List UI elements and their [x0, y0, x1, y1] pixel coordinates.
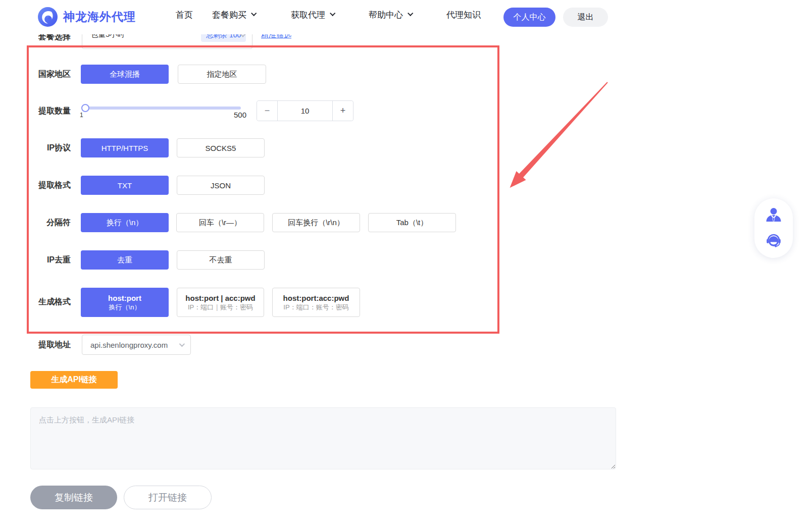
- api-address-label: 提取地址: [15, 340, 71, 350]
- dedupe-option-off[interactable]: 不去重: [177, 250, 265, 270]
- page: 套餐选择 包量5小时 总剩余 100 精准筛选 神龙海外代理 首页 套餐购买: [0, 0, 812, 530]
- gen-format-label: 生成格式: [15, 297, 71, 307]
- api-address-select[interactable]: api.shenlongproxy.com: [82, 335, 191, 355]
- nav-packages-label: 套餐购买: [212, 9, 246, 21]
- nav-get-proxy-label: 获取代理: [291, 9, 325, 21]
- protocol-option-socks5[interactable]: SOCKS5: [177, 138, 265, 157]
- chevron-down-icon: [408, 10, 413, 16]
- gen-format-subtitle: IP：端口｜账号：密码: [188, 303, 253, 311]
- api-address-value: api.shenlongproxy.com: [90, 341, 179, 349]
- quantity-decrease-button[interactable]: −: [257, 101, 278, 121]
- generate-api-button[interactable]: 生成API链接: [30, 371, 118, 389]
- separator-label: 分隔符: [15, 218, 71, 228]
- nav-proxy-knowledge-label: 代理知识: [446, 9, 481, 21]
- annotation-arrow: [505, 76, 616, 199]
- profile-button[interactable]: 个人中心: [503, 8, 555, 27]
- quantity-max-label: 500: [226, 111, 246, 119]
- quantity-slider-handle[interactable]: [81, 104, 89, 112]
- chevron-down-icon: [330, 10, 335, 16]
- gen-format-option-colon[interactable]: host:port:acc:pwd IP：端口：账号：密码: [272, 288, 360, 317]
- gen-format-title: host:port | acc:pwd: [185, 294, 255, 302]
- api-result-textarea[interactable]: [30, 407, 616, 469]
- nav-help-center[interactable]: 帮助中心: [369, 0, 412, 29]
- nav-home-label: 首页: [176, 9, 193, 21]
- separator-option-return[interactable]: 回车（\r—）: [176, 213, 264, 232]
- quantity-increase-button[interactable]: +: [332, 101, 353, 121]
- gen-format-subtitle: IP：端口：账号：密码: [283, 303, 348, 311]
- logo-swirl-icon: [37, 7, 58, 27]
- gen-format-title: host:port:acc:pwd: [283, 294, 349, 302]
- nav-proxy-knowledge[interactable]: 代理知识: [446, 0, 481, 29]
- nav-packages[interactable]: 套餐购买: [212, 0, 256, 29]
- nav-home[interactable]: 首页: [176, 0, 193, 29]
- logo-text: 神龙海外代理: [63, 9, 136, 25]
- nav-get-proxy[interactable]: 获取代理: [291, 0, 334, 29]
- chevron-down-icon: [251, 10, 257, 16]
- gen-format-option-hostport-accpwd[interactable]: host:port | acc:pwd IP：端口｜账号：密码: [177, 288, 264, 317]
- quantity-stepper: − 10 +: [257, 100, 353, 121]
- region-label: 国家地区: [15, 69, 71, 80]
- gen-format-title: host:port: [108, 294, 141, 302]
- format-option-json[interactable]: JSON: [177, 176, 265, 195]
- separator-option-tab[interactable]: Tab（\t）: [368, 213, 456, 232]
- extract-format-label: 提取格式: [15, 180, 71, 191]
- quantity-label: 提取数量: [15, 106, 71, 117]
- header: 神龙海外代理 首页 套餐购买 获取代理 帮助中心 代理知识 个人中心 退出: [0, 0, 812, 34]
- floating-widget: [754, 198, 793, 258]
- separator-option-newline[interactable]: 换行（\n）: [81, 213, 169, 232]
- customer-service-icon[interactable]: [765, 232, 783, 250]
- logout-button[interactable]: 退出: [563, 8, 608, 27]
- separator-option-crlf[interactable]: 回车换行（\r\n）: [272, 213, 360, 232]
- dedupe-label: IP去重: [15, 255, 71, 266]
- copy-link-button[interactable]: 复制链接: [30, 486, 117, 509]
- chevron-down-icon: [179, 341, 185, 347]
- quantity-min-label: 1: [80, 112, 83, 119]
- gen-format-option-hostport[interactable]: host:port 换行（\n）: [81, 288, 169, 317]
- region-option-specified[interactable]: 指定地区: [178, 65, 266, 84]
- dedupe-option-on[interactable]: 去重: [81, 250, 169, 270]
- open-link-button[interactable]: 打开链接: [124, 486, 212, 509]
- logo[interactable]: 神龙海外代理: [37, 7, 136, 27]
- quantity-value[interactable]: 10: [278, 101, 332, 121]
- format-option-txt[interactable]: TXT: [81, 176, 169, 195]
- quantity-slider[interactable]: [82, 107, 241, 110]
- protocol-label: IP协议: [15, 143, 71, 153]
- protocol-option-http[interactable]: HTTP/HTTPS: [81, 138, 169, 157]
- gen-format-subtitle: 换行（\n）: [109, 303, 141, 311]
- nav-help-center-label: 帮助中心: [369, 9, 403, 21]
- region-option-global[interactable]: 全球混播: [81, 65, 169, 84]
- user-account-icon[interactable]: [765, 206, 783, 225]
